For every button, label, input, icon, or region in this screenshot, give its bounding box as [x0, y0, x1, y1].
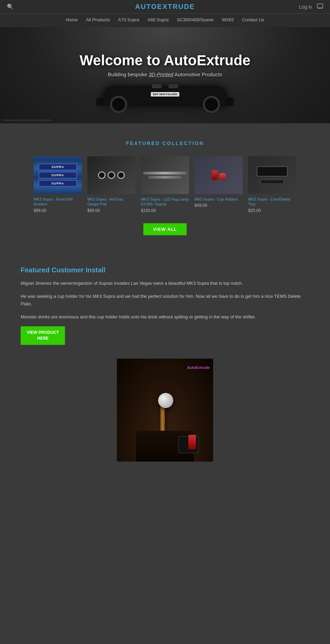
car-tail-lights	[152, 84, 178, 88]
photo-watermark: AutoExtrude	[187, 365, 210, 370]
customer-text-3: Monster drinks are enormous and this cup…	[21, 313, 309, 321]
cup-1	[212, 170, 218, 180]
product-name-gauge: MK3 Supra - AshTray Gauge Pod	[87, 197, 135, 207]
nav-home[interactable]: Home	[66, 17, 78, 22]
site-logo[interactable]: AUTOEXTRUDE	[135, 3, 195, 11]
nav-mx83[interactable]: MX83	[222, 17, 234, 22]
main-nav: Home All Products A70 Supra A80 Supra SC…	[0, 13, 330, 27]
tail-light-right	[168, 84, 178, 88]
product-image-tray	[248, 156, 296, 194]
cup-2	[219, 173, 226, 180]
hero-credit: STANCEWORKS.COM • 6SPEEDBLOG	[2, 119, 52, 122]
gauge-circles	[98, 171, 125, 179]
hero-title: Welcome to AutoExtrude	[79, 53, 250, 68]
product-name-emblem: MK3 Supra - Front Grill Emblem	[34, 197, 82, 207]
product-card-gauge[interactable]: MK3 Supra - AshTray Gauge Pod $69.00	[87, 156, 135, 213]
view-all-button[interactable]: VIEW ALL	[143, 223, 187, 235]
gauge-detail	[87, 156, 135, 194]
product-name-cup: MK3 Supra - Cup Holders	[195, 197, 243, 202]
customer-text-1: Miguel Jimenez the owner/organizer of Su…	[21, 280, 309, 287]
nav-all-products[interactable]: All Products	[86, 17, 110, 22]
hero-section: BKF 9834 FALKEN Welcome to AutoExtrude B…	[0, 27, 330, 123]
featured-title: FEATURED COLLECTION	[14, 140, 316, 146]
search-icon[interactable]: 🔍	[7, 3, 14, 10]
login-link[interactable]: Log in	[299, 4, 312, 10]
cup-detail	[195, 156, 243, 194]
customer-photo: AutoExtrude	[117, 359, 213, 462]
product-price-cup: $49.00	[195, 203, 243, 208]
supra-badge-2: SUPRA	[38, 172, 77, 179]
fog-lamp-bar-1	[143, 172, 187, 174]
product-card-tray[interactable]: MK3 Supra - Coin/Delete Tray $25.00	[248, 156, 296, 213]
customer-install-section: Featured Customer Install Miguel Jimenez…	[0, 249, 330, 475]
supra-badge-3: SUPRA	[38, 180, 77, 187]
header-icons: Log in	[299, 3, 323, 10]
shift-knob	[158, 393, 173, 408]
view-product-button[interactable]: VIEW PRODUCTHERE	[21, 326, 65, 345]
product-card-emblem[interactable]: SUPRA SUPRA SUPRA MK3 Supra - Front Gril…	[34, 156, 82, 213]
product-price-gauge: $69.00	[87, 208, 135, 213]
gauge-circle-1	[98, 171, 106, 179]
product-price-tray: $25.00	[248, 208, 296, 213]
product-card-fog[interactable]: MK3 Supra - LED Fog Lamp Kit (89+ Supra)…	[141, 156, 189, 213]
gauge-circle-3	[117, 171, 125, 179]
interior-scene: AutoExtrude	[117, 359, 213, 462]
product-price-emblem: $99.00	[34, 208, 82, 213]
product-image-cup	[195, 156, 243, 194]
fog-lamp-bar-2	[148, 176, 182, 179]
gauge-circle-2	[108, 171, 115, 179]
customer-text-2: He was seeking a cup holder for his MK3 …	[21, 293, 309, 308]
nav-sc300[interactable]: SC300/400/Soarer	[177, 17, 214, 22]
supra-badge-1: SUPRA	[38, 163, 77, 170]
hero-subtitle-prefix: Building bespoke	[108, 71, 148, 77]
featured-section: FEATURED COLLECTION SUPRA SUPRA SUPRA MK…	[0, 123, 330, 249]
svg-rect-0	[317, 4, 323, 8]
hero-car-image: BKF 9834 FALKEN	[96, 72, 234, 113]
product-image-fog	[141, 156, 189, 194]
product-card-cup[interactable]: MK3 Supra - Cup Holders $49.00	[195, 156, 243, 213]
cart-icon[interactable]	[317, 3, 323, 10]
product-name-fog: MK3 Supra - LED Fog Lamp Kit (89+ Supra)	[141, 197, 189, 207]
svg-point-2	[321, 8, 322, 9]
customer-photo-wrapper: AutoExtrude	[21, 359, 309, 462]
product-price-fog: $150.00	[141, 208, 189, 213]
car-wheel-left	[110, 96, 127, 113]
fog-detail	[141, 156, 189, 194]
view-all-wrapper: VIEW ALL	[14, 223, 316, 235]
hero-subtitle: Building bespoke 3D-Printed Automotive P…	[79, 71, 250, 77]
license-plate: BKF 9834 FALKEN	[151, 92, 179, 97]
coin-tray-lid	[260, 179, 284, 184]
drink-can	[188, 435, 196, 449]
tail-light-left	[152, 84, 162, 88]
emblem-detail: SUPRA SUPRA SUPRA	[34, 156, 82, 194]
product-image-gauge	[87, 156, 135, 194]
cup-holder-img	[212, 170, 226, 180]
hero-subtitle-em: 3D-Printed	[148, 71, 173, 77]
customer-install-title: Featured Customer Install	[21, 266, 309, 274]
car-wheel-right	[203, 96, 220, 113]
hero-text: Welcome to AutoExtrude Building bespoke …	[79, 53, 250, 77]
nav-contact-us[interactable]: Contact Us	[242, 17, 264, 22]
svg-point-1	[319, 8, 320, 9]
product-name-tray: MK3 Supra - Coin/Delete Tray	[248, 197, 296, 207]
coin-tray-box	[257, 166, 288, 177]
nav-a80-supra[interactable]: A80 Supra	[147, 17, 168, 22]
header: 🔍 AUTOEXTRUDE Log in	[0, 0, 330, 13]
hero-subtitle-suffix: Automotive Products	[173, 71, 222, 77]
tray-detail	[248, 156, 296, 194]
nav-a70-supra[interactable]: A70 Supra	[118, 17, 139, 22]
footer-space	[0, 475, 330, 496]
product-image-emblem: SUPRA SUPRA SUPRA	[34, 156, 82, 194]
products-grid: SUPRA SUPRA SUPRA MK3 Supra - Front Gril…	[14, 156, 316, 213]
